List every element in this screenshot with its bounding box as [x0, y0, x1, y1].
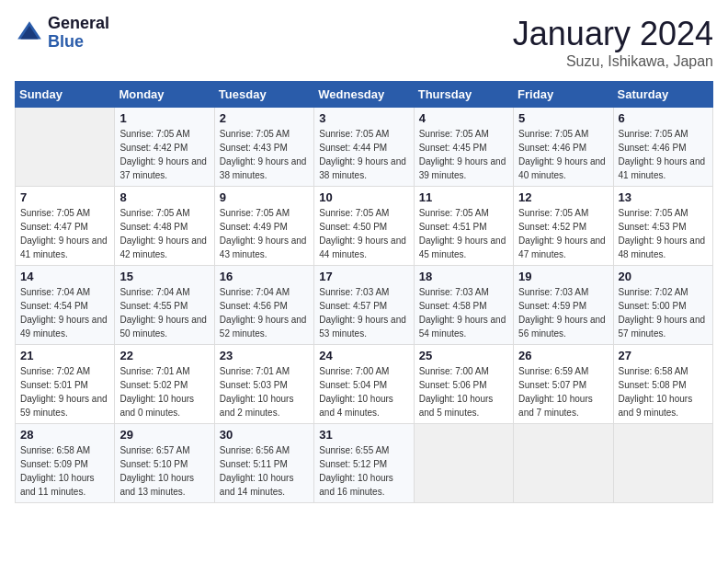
day-info: Sunrise: 6:56 AMSunset: 5:11 PMDaylight:… [220, 443, 309, 499]
calendar-cell: 25Sunrise: 7:00 AMSunset: 5:06 PMDayligh… [414, 345, 513, 424]
calendar-cell: 8Sunrise: 7:05 AMSunset: 4:48 PMDaylight… [115, 187, 214, 266]
day-number: 29 [119, 428, 209, 442]
day-info: Sunrise: 7:04 AMSunset: 4:56 PMDaylight:… [220, 285, 309, 340]
day-info: Sunrise: 7:05 AMSunset: 4:46 PMDaylight:… [619, 127, 708, 182]
day-number: 28 [20, 428, 109, 442]
day-number: 22 [119, 349, 209, 362]
day-info: Sunrise: 7:03 AMSunset: 4:57 PMDaylight:… [319, 285, 408, 340]
day-info: Sunrise: 7:04 AMSunset: 4:54 PMDaylight:… [20, 285, 109, 340]
day-info: Sunrise: 7:00 AMSunset: 5:04 PMDaylight:… [319, 364, 408, 419]
logo-line2: Blue [48, 33, 109, 52]
title-block: January 2024 Suzu, Ishikawa, Japan [513, 15, 713, 70]
day-number: 12 [518, 190, 608, 204]
calendar-table: SundayMondayTuesdayWednesdayThursdayFrid… [15, 81, 713, 503]
calendar-cell: 11Sunrise: 7:05 AMSunset: 4:51 PMDayligh… [414, 187, 513, 266]
day-info: Sunrise: 7:05 AMSunset: 4:49 PMDaylight:… [220, 206, 309, 261]
calendar-title: January 2024 [513, 15, 713, 53]
day-info: Sunrise: 6:58 AMSunset: 5:08 PMDaylight:… [619, 364, 708, 419]
day-number: 19 [518, 270, 608, 283]
day-number: 25 [419, 349, 508, 362]
day-number: 30 [220, 428, 309, 442]
day-info: Sunrise: 7:05 AMSunset: 4:48 PMDaylight:… [119, 206, 209, 261]
day-number: 11 [419, 190, 508, 204]
calendar-cell: 2Sunrise: 7:05 AMSunset: 4:43 PMDaylight… [214, 108, 313, 187]
calendar-cell: 3Sunrise: 7:05 AMSunset: 4:44 PMDaylight… [314, 108, 414, 187]
day-number: 16 [220, 270, 309, 283]
weekday-header-thursday: Thursday [414, 82, 513, 108]
logo: General Blue [15, 15, 109, 52]
calendar-cell: 1Sunrise: 7:05 AMSunset: 4:42 PMDaylight… [115, 108, 214, 187]
day-number: 20 [619, 270, 708, 283]
calendar-cell: 9Sunrise: 7:05 AMSunset: 4:49 PMDaylight… [214, 187, 313, 266]
day-number: 17 [319, 270, 408, 283]
day-number: 23 [220, 349, 309, 362]
day-info: Sunrise: 7:05 AMSunset: 4:42 PMDaylight:… [119, 127, 209, 182]
calendar-cell: 5Sunrise: 7:05 AMSunset: 4:46 PMDaylight… [514, 108, 613, 187]
day-info: Sunrise: 7:00 AMSunset: 5:06 PMDaylight:… [419, 364, 508, 419]
day-info: Sunrise: 6:58 AMSunset: 5:09 PMDaylight:… [20, 443, 109, 499]
calendar-cell [613, 424, 712, 503]
calendar-cell: 29Sunrise: 6:57 AMSunset: 5:10 PMDayligh… [115, 424, 214, 503]
calendar-subtitle: Suzu, Ishikawa, Japan [513, 53, 713, 70]
logo-line1: General [48, 15, 109, 33]
day-number: 6 [619, 111, 708, 125]
page-header: General Blue January 2024 Suzu, Ishikawa… [15, 15, 713, 70]
weekday-header-saturday: Saturday [613, 82, 712, 108]
day-number: 9 [220, 190, 309, 204]
calendar-cell: 26Sunrise: 6:59 AMSunset: 5:07 PMDayligh… [514, 345, 613, 424]
calendar-cell: 13Sunrise: 7:05 AMSunset: 4:53 PMDayligh… [613, 187, 712, 266]
day-info: Sunrise: 7:01 AMSunset: 5:03 PMDaylight:… [220, 364, 309, 419]
day-info: Sunrise: 7:05 AMSunset: 4:53 PMDaylight:… [619, 206, 708, 261]
day-number: 21 [20, 349, 109, 362]
calendar-cell: 31Sunrise: 6:55 AMSunset: 5:12 PMDayligh… [314, 424, 414, 503]
day-number: 24 [319, 349, 408, 362]
calendar-cell: 27Sunrise: 6:58 AMSunset: 5:08 PMDayligh… [613, 345, 712, 424]
calendar-cell: 30Sunrise: 6:56 AMSunset: 5:11 PMDayligh… [214, 424, 313, 503]
day-info: Sunrise: 7:03 AMSunset: 4:59 PMDaylight:… [518, 285, 608, 340]
day-number: 1 [119, 111, 209, 125]
day-number: 15 [119, 270, 209, 283]
calendar-cell [414, 424, 513, 503]
weekday-header-friday: Friday [514, 82, 613, 108]
calendar-cell: 12Sunrise: 7:05 AMSunset: 4:52 PMDayligh… [514, 187, 613, 266]
day-number: 5 [518, 111, 608, 125]
day-number: 4 [419, 111, 508, 125]
day-info: Sunrise: 7:05 AMSunset: 4:47 PMDaylight:… [20, 206, 109, 261]
day-info: Sunrise: 7:01 AMSunset: 5:02 PMDaylight:… [119, 364, 209, 419]
calendar-cell: 17Sunrise: 7:03 AMSunset: 4:57 PMDayligh… [314, 266, 414, 345]
day-info: Sunrise: 6:55 AMSunset: 5:12 PMDaylight:… [319, 443, 408, 499]
day-number: 10 [319, 190, 408, 204]
calendar-cell [514, 424, 613, 503]
calendar-cell: 18Sunrise: 7:03 AMSunset: 4:58 PMDayligh… [414, 266, 513, 345]
day-number: 14 [20, 270, 109, 283]
day-info: Sunrise: 7:05 AMSunset: 4:45 PMDaylight:… [419, 127, 508, 182]
weekday-header-sunday: Sunday [16, 82, 115, 108]
calendar-cell: 4Sunrise: 7:05 AMSunset: 4:45 PMDaylight… [414, 108, 513, 187]
calendar-cell: 21Sunrise: 7:02 AMSunset: 5:01 PMDayligh… [16, 345, 115, 424]
calendar-cell: 20Sunrise: 7:02 AMSunset: 5:00 PMDayligh… [613, 266, 712, 345]
calendar-header-row: SundayMondayTuesdayWednesdayThursdayFrid… [16, 82, 713, 108]
day-info: Sunrise: 7:02 AMSunset: 5:00 PMDaylight:… [619, 285, 708, 340]
day-number: 8 [119, 190, 209, 204]
day-number: 27 [619, 349, 708, 362]
day-info: Sunrise: 6:57 AMSunset: 5:10 PMDaylight:… [119, 443, 209, 499]
day-info: Sunrise: 7:04 AMSunset: 4:55 PMDaylight:… [119, 285, 209, 340]
day-info: Sunrise: 7:03 AMSunset: 4:58 PMDaylight:… [419, 285, 508, 340]
day-info: Sunrise: 7:05 AMSunset: 4:50 PMDaylight:… [319, 206, 408, 261]
day-info: Sunrise: 6:59 AMSunset: 5:07 PMDaylight:… [518, 364, 608, 419]
logo-icon [15, 18, 44, 48]
calendar-cell: 10Sunrise: 7:05 AMSunset: 4:50 PMDayligh… [314, 187, 414, 266]
day-info: Sunrise: 7:05 AMSunset: 4:43 PMDaylight:… [220, 127, 309, 182]
day-number: 7 [20, 190, 109, 204]
day-info: Sunrise: 7:05 AMSunset: 4:52 PMDaylight:… [518, 206, 608, 261]
weekday-header-monday: Monday [115, 82, 214, 108]
day-number: 31 [319, 428, 408, 442]
day-info: Sunrise: 7:05 AMSunset: 4:44 PMDaylight:… [319, 127, 408, 182]
weekday-header-tuesday: Tuesday [214, 82, 313, 108]
day-info: Sunrise: 7:05 AMSunset: 4:46 PMDaylight:… [518, 127, 608, 182]
calendar-cell: 15Sunrise: 7:04 AMSunset: 4:55 PMDayligh… [115, 266, 214, 345]
day-number: 13 [619, 190, 708, 204]
calendar-cell: 24Sunrise: 7:00 AMSunset: 5:04 PMDayligh… [314, 345, 414, 424]
calendar-cell: 22Sunrise: 7:01 AMSunset: 5:02 PMDayligh… [115, 345, 214, 424]
calendar-cell [16, 108, 115, 187]
